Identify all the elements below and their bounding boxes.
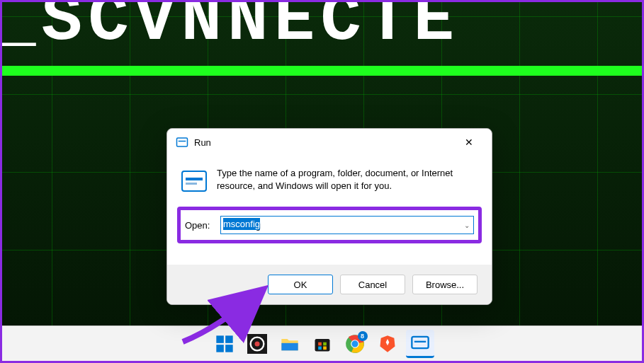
wallpaper-green-bar: [2, 66, 642, 76]
svg-rect-8: [225, 345, 233, 352]
ms-store-icon: [312, 334, 332, 354]
close-icon: ✕: [465, 137, 473, 148]
run-app-icon: [181, 168, 207, 194]
titlebar[interactable]: Run ✕: [167, 129, 492, 156]
open-combobox[interactable]: msconfig ⌄: [220, 216, 474, 234]
svg-point-22: [351, 340, 358, 347]
taskbar-app-store[interactable]: [308, 330, 337, 358]
svg-rect-14: [318, 342, 322, 345]
svg-rect-15: [323, 342, 327, 345]
svg-rect-6: [225, 335, 233, 343]
start-button[interactable]: [210, 330, 239, 358]
svg-rect-4: [186, 183, 197, 185]
svg-rect-2: [182, 171, 206, 191]
svg-rect-1: [179, 141, 186, 142]
taskbar-app-chrome[interactable]: 8: [341, 330, 369, 358]
open-input[interactable]: [220, 216, 474, 234]
dialog-title: Run: [194, 137, 455, 148]
svg-rect-3: [186, 178, 203, 180]
svg-point-11: [254, 341, 259, 346]
windows-icon: [215, 334, 235, 354]
svg-rect-17: [323, 346, 327, 350]
taskbar-app-run[interactable]: [406, 330, 434, 358]
file-explorer-icon: [280, 334, 300, 354]
instruction-text: Type the name of a program, folder, docu…: [217, 167, 478, 192]
taskbar-app-brave[interactable]: [373, 330, 402, 358]
open-label: Open:: [185, 220, 213, 231]
close-button[interactable]: ✕: [455, 132, 483, 153]
button-row: OK Cancel Browse...: [167, 265, 492, 304]
svg-rect-24: [414, 341, 425, 342]
run-taskbar-icon: [410, 333, 430, 352]
svg-rect-7: [216, 345, 224, 352]
run-dialog: Run ✕ Type the name of a program, folder…: [166, 128, 492, 305]
brave-icon: [378, 334, 397, 354]
svg-rect-12: [281, 342, 298, 350]
run-icon: [176, 136, 188, 149]
svg-rect-0: [177, 138, 188, 146]
taskbar-app-explorer[interactable]: [276, 330, 304, 358]
svg-rect-13: [315, 339, 329, 352]
ok-button[interactable]: OK: [268, 275, 333, 294]
taskbar[interactable]: 8: [2, 325, 642, 361]
cancel-button[interactable]: Cancel: [340, 275, 405, 294]
wallpaper-text: _SCVNNECTE: [0, 0, 460, 59]
svg-rect-16: [318, 346, 322, 350]
chrome-badge: 8: [358, 331, 368, 341]
annotation-highlight-box: Open: msconfig ⌄: [177, 207, 482, 243]
taskbar-app-obs[interactable]: [243, 330, 271, 358]
svg-rect-5: [216, 335, 224, 343]
browse-button[interactable]: Browse...: [412, 275, 478, 294]
obs-icon: [247, 334, 267, 354]
